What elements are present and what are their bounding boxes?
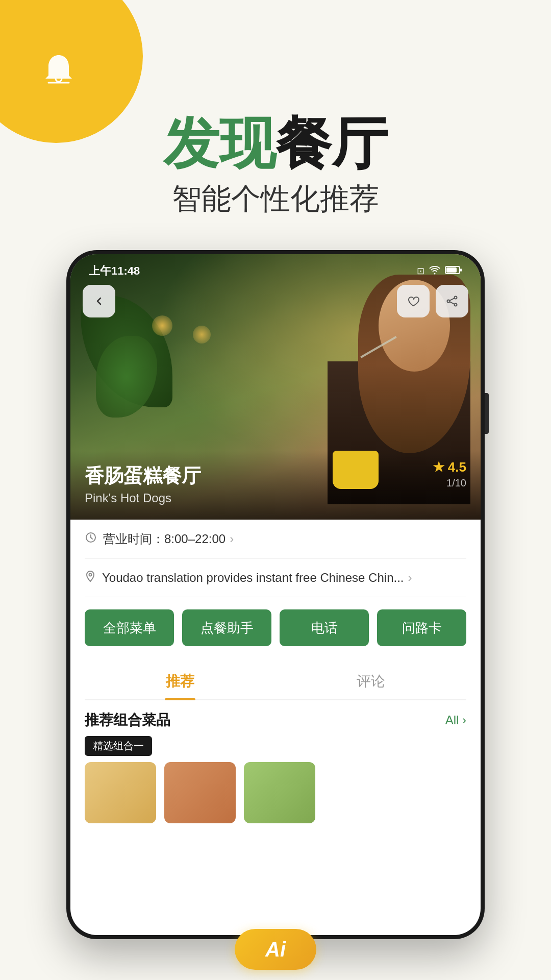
ai-button[interactable]: Ai [235,929,316,970]
yellow-cup [333,451,379,489]
status-bar: 上午11:48 ⊡ [70,254,481,284]
back-button[interactable] [83,285,115,317]
address-text: Youdao translation provides instant free… [102,571,404,585]
food-thumb-1 [85,762,156,823]
clock-icon [85,531,97,547]
hero-title-green: 发现 [163,112,276,175]
combo-badge: 精选组合一 [85,736,152,756]
tabs-row: 推荐 评论 [85,658,466,700]
status-icons: ⊡ [417,265,462,277]
svg-rect-2 [446,267,457,273]
signal-icon: ⊡ [417,265,424,277]
svg-point-4 [455,297,457,299]
svg-rect-3 [460,268,462,272]
business-hours-text: 营业时间：8:00–22:00 [103,531,226,547]
restaurant-overlay: 香肠蛋糕餐厅 Pink's Hot Dogs [70,451,481,520]
svg-point-6 [455,304,457,306]
wifi-icon [429,265,441,277]
section-header: 推荐组合菜品 All › [85,700,466,736]
share-button[interactable] [436,285,468,317]
rating-count: 1/10 [433,477,466,489]
phone-mockup: 上午11:48 ⊡ [66,250,485,939]
full-menu-button[interactable]: 全部菜单 [85,609,174,646]
svg-line-8 [449,302,454,304]
light-2 [193,326,211,344]
hero-title: 发现餐厅 [0,112,551,174]
light-1 [152,315,172,336]
svg-point-10 [89,574,92,576]
address-row[interactable]: Youdao translation provides instant free… [85,559,466,597]
bottom-bar: Ai [0,919,551,980]
hero-subtitle: 智能个性化推荐 [0,179,551,219]
rating-star: ★ [433,459,444,475]
food-thumbnails [85,762,466,834]
location-icon [85,570,96,585]
status-time: 上午11:48 [89,263,140,279]
ai-button-label: Ai [265,938,286,961]
section-all-link[interactable]: All › [445,713,466,727]
restaurant-name-cn: 香肠蛋糕餐厅 [85,463,466,489]
app-logo [38,51,79,87]
order-assistant-button[interactable]: 点餐助手 [182,609,271,646]
food-thumb-2 [164,762,236,823]
address-arrow-icon: › [408,571,412,585]
business-hours-row[interactable]: 营业时间：8:00–22:00 › [85,520,466,559]
nav-actions [397,285,468,317]
directions-button[interactable]: 问路卡 [377,609,466,646]
phone-side-button [485,393,489,434]
phone-outer-frame: 上午11:48 ⊡ [66,250,485,939]
food-thumb-3 [244,762,315,823]
section-title: 推荐组合菜品 [85,710,170,730]
like-button[interactable] [397,285,430,317]
hero-title-black: 餐厅 [276,112,388,175]
action-buttons-row: 全部菜单 点餐助手 电话 问路卡 [85,597,466,658]
hero-section: 发现餐厅 智能个性化推荐 [0,112,551,219]
tab-recommend[interactable]: 推荐 [85,664,276,699]
tab-reviews[interactable]: 评论 [276,664,466,699]
phone-screen: 上午11:48 ⊡ [70,254,481,935]
svg-point-5 [447,300,450,303]
content-area: 营业时间：8:00–22:00 › Youdao translation pro… [70,520,481,834]
svg-line-7 [449,298,454,301]
rating-score: ★ 4.5 [433,459,466,475]
restaurant-image: 香肠蛋糕餐厅 Pink's Hot Dogs ★ 4.5 1/10 [70,254,481,520]
restaurant-name-en: Pink's Hot Dogs [85,491,466,505]
battery-icon [445,265,462,277]
phone-button[interactable]: 电话 [280,609,369,646]
arrow-icon: › [230,532,234,546]
rating-badge: ★ 4.5 1/10 [433,459,466,489]
